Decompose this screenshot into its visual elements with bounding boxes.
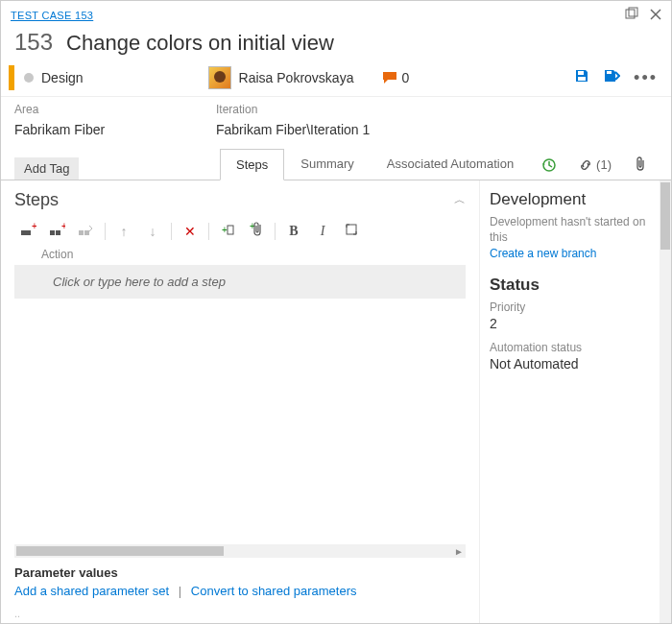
assignee-field[interactable]: Raisa Pokrovskaya [208, 66, 354, 89]
steps-toolbar: + + ↑ ↓ ✕ + + B I [14, 212, 466, 248]
top-bar: TEST CASE 153 [1, 1, 671, 23]
discussion-button[interactable]: 0 [382, 70, 409, 85]
work-item-id: 153 [14, 29, 53, 56]
scroll-thumb[interactable] [16, 546, 224, 556]
steps-title: Steps [14, 190, 59, 210]
development-header[interactable]: Development [490, 190, 665, 209]
svg-rect-6 [607, 71, 612, 74]
toolbar-actions: ••• [561, 68, 658, 88]
comment-icon [382, 71, 397, 84]
iteration-label: Iteration [216, 103, 370, 116]
delete-step-icon[interactable]: ✕ [176, 224, 204, 239]
close-icon[interactable] [650, 8, 661, 23]
svg-rect-0 [626, 10, 635, 18]
svg-rect-1 [629, 8, 637, 16]
collapse-icon[interactable]: ︿ [454, 192, 466, 208]
svg-rect-18 [347, 225, 356, 234]
move-down-icon[interactable]: ↓ [138, 224, 167, 239]
vertical-scrollbar[interactable] [660, 180, 671, 623]
maximize-icon[interactable] [625, 7, 638, 23]
svg-rect-4 [578, 71, 584, 75]
tab-associated-automation[interactable]: Associated Automation [371, 148, 530, 180]
meta-bar: Design Raisa Pokrovskaya 0 ••• [1, 65, 671, 96]
insert-shared-step-icon[interactable]: + [43, 223, 72, 239]
assignee-name: Raisa Pokrovskaya [239, 70, 354, 85]
iteration-value[interactable]: Fabrikam Fiber\Iteration 1 [216, 116, 370, 137]
links-tab-icon[interactable]: (1) [567, 150, 623, 180]
add-attachment-icon[interactable]: + [242, 222, 271, 240]
svg-rect-16 [228, 226, 233, 234]
tab-strip: Steps Summary Associated Automation (1) [220, 147, 658, 180]
steps-column-action: Action [14, 248, 466, 265]
title-bar: 153 Change colors on initial view [1, 23, 671, 65]
italic-icon[interactable]: I [308, 224, 337, 239]
state-label: Design [41, 70, 84, 85]
automation-status-label: Automation status [490, 341, 665, 354]
side-panel: Development Development hasn't started o… [479, 180, 671, 623]
steps-section-header[interactable]: Steps ︿ [14, 190, 466, 210]
create-branch-link[interactable]: Create a new branch [490, 247, 665, 260]
insert-param-icon[interactable]: + [213, 223, 242, 239]
convert-shared-parameter-link[interactable]: Convert to shared parameters [191, 584, 357, 598]
priority-value[interactable]: 2 [490, 316, 665, 331]
svg-text:+: + [32, 223, 36, 231]
classification-fields: Area Fabrikam Fiber Iteration Fabrikam F… [1, 96, 671, 137]
type-accent [9, 65, 14, 90]
priority-label: Priority [490, 300, 665, 314]
history-tab-icon[interactable] [530, 150, 567, 180]
save-close-icon[interactable] [603, 68, 620, 87]
add-shared-parameter-link[interactable]: Add a shared parameter set [14, 584, 169, 598]
more-actions-icon[interactable]: ••• [634, 68, 658, 88]
development-text: Development hasn't started on this [490, 215, 665, 245]
fullscreen-icon[interactable] [337, 223, 366, 239]
status-header[interactable]: Status [490, 276, 665, 295]
tab-summary[interactable]: Summary [284, 148, 371, 180]
insert-step-icon[interactable]: + [14, 223, 43, 239]
automation-status-value[interactable]: Not Automated [490, 356, 665, 372]
work-item-dialog: TEST CASE 153 153 Change colors on initi… [0, 0, 672, 624]
add-step-input[interactable]: Click or type here to add a step [14, 265, 466, 299]
horizontal-scrollbar[interactable]: ◄ ► [14, 544, 466, 558]
vertical-scroll-thumb[interactable] [660, 182, 670, 250]
svg-rect-13 [79, 230, 84, 235]
svg-rect-10 [50, 230, 55, 235]
content-body: Steps ︿ + + ↑ ↓ ✕ + + B I Action [1, 180, 671, 623]
state-field[interactable]: Design [24, 70, 84, 85]
footer-spacer: .. [14, 598, 466, 619]
svg-rect-14 [84, 230, 89, 235]
svg-text:+: + [61, 223, 65, 231]
attachments-tab-icon[interactable] [623, 149, 658, 180]
add-tag-button[interactable]: Add Tag [14, 157, 79, 180]
breadcrumb[interactable]: TEST CASE 153 [11, 10, 93, 21]
work-item-title[interactable]: Change colors on initial view [66, 31, 334, 56]
discussion-count: 0 [401, 70, 409, 85]
create-shared-steps-icon[interactable] [72, 223, 101, 239]
tag-tab-row: Add Tag Steps Summary Associated Automat… [1, 137, 671, 180]
svg-rect-5 [578, 77, 586, 81]
bold-icon[interactable]: B [279, 224, 308, 239]
svg-rect-11 [56, 230, 60, 235]
parameter-links: Add a shared parameter set | Convert to … [14, 584, 466, 598]
svg-rect-8 [21, 230, 31, 235]
svg-text:+: + [222, 225, 228, 235]
scroll-right-icon[interactable]: ► [452, 544, 466, 558]
avatar [208, 66, 231, 89]
parameter-values-header: Parameter values [14, 565, 466, 580]
area-value[interactable]: Fabrikam Fiber [14, 116, 216, 137]
tab-steps[interactable]: Steps [220, 149, 284, 180]
area-label: Area [14, 103, 216, 116]
save-icon[interactable] [574, 68, 589, 87]
links-count: (1) [596, 157, 612, 172]
move-up-icon[interactable]: ↑ [109, 224, 138, 239]
state-dot-icon [24, 73, 34, 83]
steps-panel: Steps ︿ + + ↑ ↓ ✕ + + B I Action [1, 180, 479, 623]
